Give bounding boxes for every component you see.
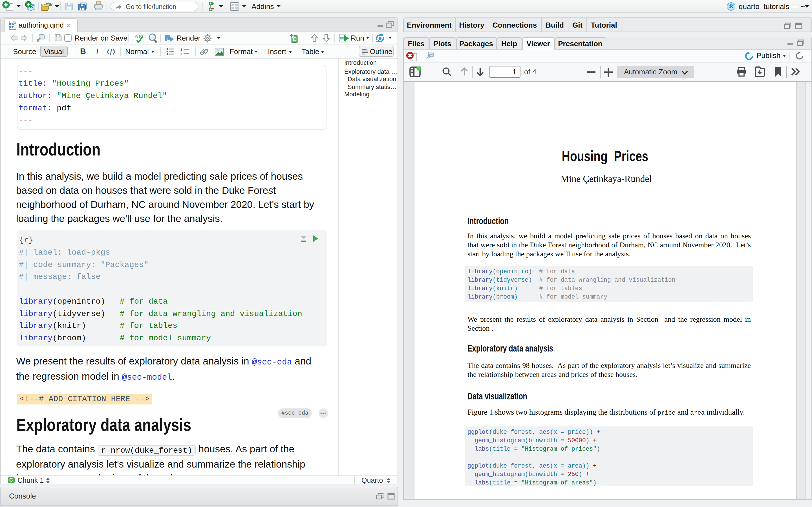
svg-text:2: 2	[181, 52, 182, 55]
svg-text:1: 1	[181, 48, 182, 51]
svg-text:ABC: ABC	[135, 33, 146, 39]
svg-text:R: R	[729, 3, 733, 9]
